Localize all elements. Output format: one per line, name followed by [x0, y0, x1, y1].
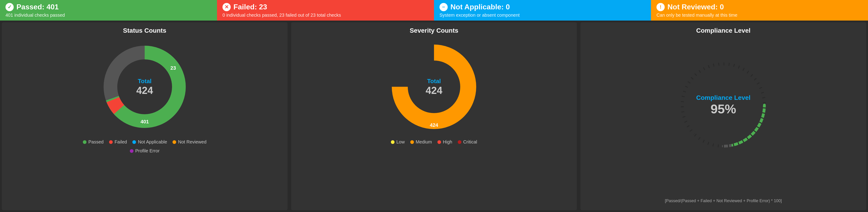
legend-critical-dot — [458, 140, 461, 144]
status-total-label: Total — [136, 78, 153, 85]
passed-label: Passed: 401 — [17, 3, 59, 11]
legend-critical: Critical — [458, 139, 477, 144]
severity-total-label: Total — [426, 78, 442, 85]
legend-na-label: Not Applicable — [138, 139, 167, 144]
svg-text:401: 401 — [141, 119, 149, 125]
failed-label: Failed: 23 — [234, 3, 267, 11]
compliance-level-label: Compliance Level — [696, 94, 750, 101]
compliance-panel: Compliance Level — [581, 22, 866, 210]
nr-subtitle: Can only be tested manually at this time — [656, 12, 863, 18]
severity-donut-center: Total 424 — [426, 78, 442, 96]
status-total-value: 424 — [136, 85, 153, 96]
top-bar: ✓ Passed: 401 401 individual checks pass… — [0, 0, 868, 21]
gauge-container: Compliance Level 95% — [666, 48, 780, 162]
legend-passed: Passed — [83, 139, 103, 144]
failed-card: ✕ Failed: 23 0 individual checks passed,… — [217, 0, 434, 21]
legend-nr: Not Reviewed — [173, 139, 207, 144]
passed-card: ✓ Passed: 401 401 individual checks pass… — [0, 0, 217, 21]
nr-label: Not Reviewed: 0 — [668, 3, 724, 11]
legend-medium: Medium — [410, 139, 432, 144]
severity-donut-container: 424 Total 424 — [386, 39, 482, 135]
compliance-formula: [Passed/(Passed + Failed + Not Reviewed … — [665, 198, 782, 208]
status-donut-center: Total 424 — [136, 78, 153, 96]
svg-text:424: 424 — [430, 122, 438, 128]
nr-title: ! Not Reviewed: 0 — [656, 3, 863, 11]
legend-medium-dot — [410, 140, 414, 144]
legend-medium-label: Medium — [416, 139, 432, 144]
severity-chart-title: Severity Counts — [410, 27, 458, 34]
na-card: − Not Applicable: 0 System exception or … — [434, 0, 651, 21]
legend-high-dot — [437, 140, 441, 144]
failed-icon: ✕ — [222, 3, 231, 11]
legend-na-dot — [132, 140, 136, 144]
legend-pe-dot — [130, 149, 133, 153]
na-subtitle: System exception or absent component — [439, 12, 646, 18]
severity-total-value: 424 — [426, 85, 442, 96]
legend-nr-dot — [173, 140, 176, 144]
failed-title: ✕ Failed: 23 — [222, 3, 429, 11]
nr-card: ! Not Reviewed: 0 Can only be tested man… — [651, 0, 868, 21]
legend-critical-label: Critical — [463, 139, 477, 144]
legend-na: Not Applicable — [132, 139, 167, 144]
na-label: Not Applicable: 0 — [451, 3, 510, 11]
legend-high-label: High — [443, 139, 452, 144]
charts-row: Status Counts 401 23 Total 424 — [0, 21, 868, 212]
passed-subtitle: 401 individual checks passed — [5, 12, 212, 18]
legend-pe-label: Profile Error — [135, 148, 160, 154]
severity-legend: Low Medium High Critical — [391, 139, 477, 144]
legend-pe: Profile Error — [65, 148, 224, 154]
severity-chart-panel: Severity Counts 424 Total 424 Low Medium — [291, 22, 577, 210]
legend-low-dot — [391, 140, 395, 144]
legend-high: High — [437, 139, 452, 144]
passed-title: ✓ Passed: 401 — [5, 3, 212, 11]
nr-icon: ! — [656, 3, 665, 11]
status-legend: Passed Failed Not Applicable Not Reviewe… — [65, 139, 224, 154]
svg-text:23: 23 — [170, 65, 176, 71]
na-icon: − — [439, 3, 448, 11]
status-chart-panel: Status Counts 401 23 Total 424 — [2, 22, 287, 210]
passed-icon: ✓ — [5, 3, 14, 11]
status-chart-title: Status Counts — [123, 27, 166, 34]
legend-nr-label: Not Reviewed — [178, 139, 207, 144]
na-title: − Not Applicable: 0 — [439, 3, 646, 11]
legend-low-label: Low — [396, 139, 405, 144]
legend-failed: Failed — [109, 139, 127, 144]
failed-subtitle: 0 individual checks passed, 23 failed ou… — [222, 12, 429, 18]
compliance-title: Compliance Level — [696, 27, 750, 34]
legend-passed-label: Passed — [88, 139, 103, 144]
gauge-center: Compliance Level 95% — [696, 94, 750, 116]
compliance-level-value: 95% — [696, 101, 750, 116]
legend-failed-dot — [109, 140, 113, 144]
legend-passed-dot — [83, 140, 87, 144]
status-donut-container: 401 23 Total 424 — [97, 39, 193, 135]
legend-failed-label: Failed — [115, 139, 127, 144]
legend-low: Low — [391, 139, 405, 144]
